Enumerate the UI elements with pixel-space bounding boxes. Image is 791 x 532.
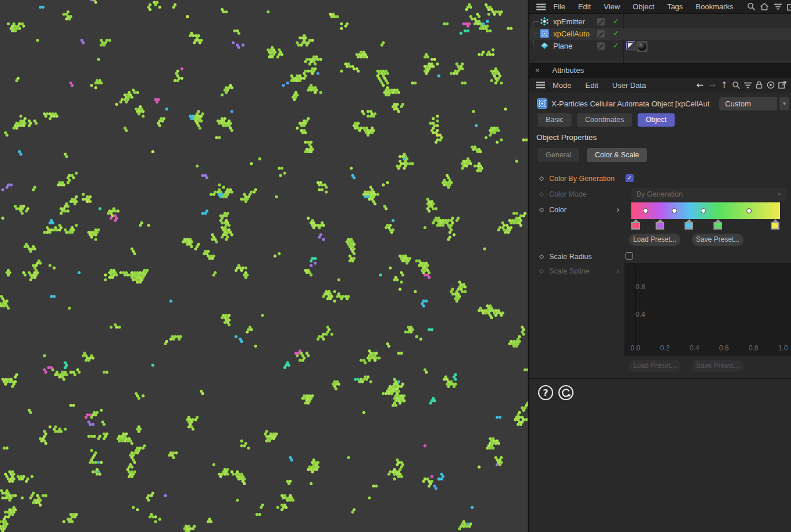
undock-icon[interactable]: [777, 80, 788, 90]
preset-dropdown[interactable]: Custom: [719, 97, 777, 110]
gradient-knot-1[interactable]: [656, 219, 665, 230]
filter-icon[interactable]: [742, 80, 753, 90]
attr-menu-edit[interactable]: Edit: [586, 81, 598, 90]
attribute-tabs: Basic Coordinates Object: [538, 113, 678, 127]
subtab-color-scale[interactable]: Color & Scale: [587, 148, 647, 162]
viewport: [0, 0, 528, 532]
up-icon[interactable]: ↑: [719, 80, 730, 90]
enabled-check-icon[interactable]: ✓: [613, 41, 619, 50]
graph-axis: [635, 266, 636, 353]
anim-diamond-icon[interactable]: [539, 254, 544, 259]
attr-menu-mode[interactable]: Mode: [553, 81, 572, 90]
forward-icon[interactable]: →: [707, 80, 718, 90]
menu-file[interactable]: File: [553, 2, 565, 11]
tree-stub: [534, 46, 539, 46]
divider: [529, 378, 791, 379]
tab-coordinates[interactable]: Coordinates: [577, 113, 632, 127]
menu-bookmarks[interactable]: Bookmarks: [696, 2, 733, 11]
plane-icon[interactable]: [540, 41, 549, 53]
preset-dropdown-arrow[interactable]: ▾: [779, 97, 789, 110]
color-mode-dropdown[interactable]: By Generation ▾: [631, 188, 786, 201]
section-title: Object Properties: [536, 133, 597, 142]
attr-menu-userdata[interactable]: User Data: [612, 81, 646, 90]
gradient-bias-handle[interactable]: [701, 208, 706, 213]
gradient-knot-4[interactable]: [771, 219, 780, 230]
object-row-plane[interactable]: Plane ✓: [529, 40, 791, 52]
x-tick: 0.2: [656, 344, 674, 352]
attributes-body: X-Particles Cellular Automata Object [xp…: [529, 93, 791, 532]
reset-icon[interactable]: [557, 384, 575, 401]
tab-basic[interactable]: Basic: [538, 113, 572, 127]
tab-object[interactable]: Object: [638, 113, 675, 127]
spline-graph[interactable]: 0.8 0.4 0.0 0.2 0.4 0.6 0.8 1.0: [624, 263, 791, 356]
save-preset-button[interactable]: Save Preset...: [692, 234, 744, 246]
x-tick: 0.8: [745, 344, 762, 352]
xp-cellauto-icon: [537, 98, 547, 111]
phong-tag-icon[interactable]: [626, 41, 635, 53]
record-target-icon[interactable]: [766, 80, 776, 90]
save-preset-button-disabled[interactable]: Save Preset...: [692, 360, 744, 372]
param-scale-radius: Scale Radius: [529, 252, 791, 263]
search-icon[interactable]: [746, 2, 756, 12]
xp-cellauto-icon[interactable]: [540, 29, 549, 40]
object-manager: xpEmitter ✓ xpCellAuto ✓: [529, 14, 791, 64]
anim-diamond-icon: [539, 269, 544, 274]
object-title: X-Particles Cellular Automata Object [xp…: [551, 99, 718, 108]
attributes-nav-icons: ← → ↑: [694, 80, 791, 90]
menu-tags[interactable]: Tags: [667, 2, 683, 11]
load-preset-button[interactable]: Load Preset...: [629, 234, 680, 246]
color-by-generation-checkbox[interactable]: ✓: [626, 174, 634, 182]
close-icon[interactable]: ×: [535, 66, 540, 74]
edit-toggle-icon[interactable]: [597, 18, 605, 25]
param-label: Scale Radius: [549, 253, 592, 261]
menu-edit[interactable]: Edit: [578, 2, 591, 11]
gradient-knot-2[interactable]: [685, 219, 694, 230]
gradient-bias-handle[interactable]: [672, 208, 677, 213]
x-tick: 0.0: [627, 344, 644, 352]
object-name[interactable]: xpCellAuto: [553, 29, 590, 38]
enabled-check-icon[interactable]: ✓: [613, 29, 619, 38]
load-preset-button-disabled[interactable]: Load Preset...: [629, 360, 680, 372]
material-tag-icon[interactable]: [637, 41, 647, 54]
anim-diamond-icon[interactable]: [539, 176, 544, 181]
filter-icon[interactable]: [772, 2, 783, 12]
viewport-canvas[interactable]: [0, 0, 528, 532]
edit-toggle-icon[interactable]: [597, 42, 605, 50]
scale-radius-checkbox[interactable]: [626, 252, 633, 260]
lock-icon[interactable]: [754, 80, 764, 90]
expand-arrow-icon: ›: [616, 266, 620, 276]
menu-burger-icon[interactable]: [536, 2, 546, 12]
right-panel: File Edit View Object Tags Bookmarks: [528, 0, 791, 532]
gradient-knot-0[interactable]: [631, 219, 641, 230]
object-name[interactable]: Plane: [553, 42, 572, 50]
subtab-general[interactable]: General: [538, 148, 579, 162]
spline-preset-buttons: Load Preset... Save Preset...: [529, 360, 791, 371]
object-row-xpemitter[interactable]: xpEmitter ✓: [529, 16, 791, 28]
app-root: File Edit View Object Tags Bookmarks: [0, 0, 791, 532]
help-icon[interactable]: ?: [537, 384, 554, 401]
back-icon[interactable]: ←: [694, 80, 705, 90]
param-label: Color: [549, 206, 566, 214]
expand-arrow-icon[interactable]: ›: [616, 205, 620, 215]
undock-icon[interactable]: [786, 2, 791, 12]
gradient-bias-handle[interactable]: [643, 208, 648, 213]
menu-object[interactable]: Object: [632, 2, 654, 11]
anim-diamond-icon: [539, 192, 544, 197]
xp-emitter-icon[interactable]: [540, 17, 549, 28]
object-name[interactable]: xpEmitter: [553, 17, 585, 26]
menu-view[interactable]: View: [604, 2, 620, 11]
x-tick: 0.6: [715, 344, 733, 352]
home-icon[interactable]: [759, 2, 770, 12]
gradient-bar[interactable]: [631, 202, 780, 219]
param-label: Color By Generation: [549, 175, 615, 183]
attributes-burger-icon[interactable]: [535, 80, 546, 90]
anim-diamond-icon[interactable]: [539, 208, 544, 212]
enabled-check-icon[interactable]: ✓: [613, 17, 619, 25]
search-icon[interactable]: [731, 80, 741, 90]
gradient-bias-handle[interactable]: [746, 208, 752, 213]
param-color-by-generation: Color By Generation ✓: [529, 173, 791, 185]
object-row-xpcellauto[interactable]: xpCellAuto ✓: [529, 28, 791, 40]
y-tick: 0.4: [628, 311, 645, 319]
gradient-knot-3[interactable]: [713, 219, 723, 230]
edit-toggle-icon[interactable]: [597, 30, 605, 38]
